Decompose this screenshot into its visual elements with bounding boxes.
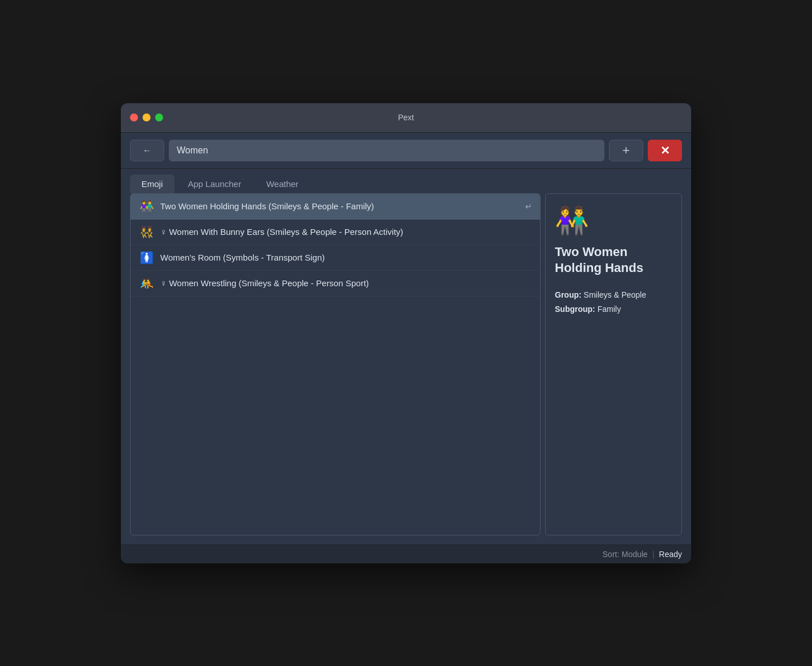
list-item[interactable]: 🤼 ♀ Women Wrestling (Smileys & People - … [131, 271, 540, 297]
result-text: Two Women Holding Hands (Smileys & Peopl… [160, 201, 519, 211]
list-item[interactable]: 👫 Two Women Holding Hands (Smileys & Peo… [131, 194, 540, 220]
tabs-bar: Emoji App Launcher Weather [121, 169, 691, 193]
result-text: ♀ Women With Bunny Ears (Smileys & Peopl… [160, 227, 532, 237]
content-area: 👫 Two Women Holding Hands (Smileys & Peo… [121, 193, 691, 545]
add-button[interactable]: + [609, 140, 643, 161]
ready-status: Ready [659, 550, 682, 559]
detail-title: Two Women Holding Hands [555, 244, 672, 277]
titlebar: Pext [121, 103, 691, 133]
group-label: Group: [555, 290, 582, 299]
group-value: Smileys & People [584, 290, 647, 299]
detail-meta: Group: Smileys & People Subgroup: Family [555, 288, 646, 316]
maximize-button[interactable] [155, 113, 163, 121]
tab-emoji[interactable]: Emoji [130, 174, 174, 193]
results-panel: 👫 Two Women Holding Hands (Smileys & Peo… [130, 193, 541, 535]
result-emoji: 👯 [139, 225, 155, 239]
window-title: Pext [398, 113, 414, 122]
result-emoji: 🤼 [139, 277, 155, 290]
toolbar: ← + ✕ [121, 133, 691, 169]
detail-emoji: 👫 [555, 205, 589, 237]
clear-button[interactable]: ✕ [648, 140, 682, 161]
status-separator: | [652, 550, 655, 559]
enter-icon: ↵ [525, 202, 532, 211]
result-emoji: 👫 [139, 200, 155, 213]
list-item[interactable]: 👯 ♀ Women With Bunny Ears (Smileys & Peo… [131, 220, 540, 245]
list-item[interactable]: 🚺 Women's Room (Symbols - Transport Sign… [131, 245, 540, 271]
tab-weather[interactable]: Weather [255, 174, 310, 193]
window-controls [130, 113, 163, 121]
statusbar: Sort: Module | Ready [121, 545, 691, 563]
app-window: Pext ← + ✕ Emoji App Launcher Weather 👫 … [121, 103, 691, 563]
result-text: ♀ Women Wrestling (Smileys & People - Pe… [160, 278, 532, 288]
close-button[interactable] [130, 113, 138, 121]
result-text: Women's Room (Symbols - Transport Sign) [160, 253, 532, 262]
minimize-button[interactable] [143, 113, 151, 121]
sort-status: Sort: Module [603, 550, 648, 559]
back-button[interactable]: ← [130, 140, 164, 161]
subgroup-value: Family [598, 304, 621, 314]
detail-panel: 👫 Two Women Holding Hands Group: Smileys… [545, 193, 682, 535]
result-emoji: 🚺 [139, 251, 155, 265]
subgroup-label: Subgroup: [555, 304, 595, 314]
search-input[interactable] [169, 140, 604, 161]
tab-app-launcher[interactable]: App Launcher [177, 174, 253, 193]
